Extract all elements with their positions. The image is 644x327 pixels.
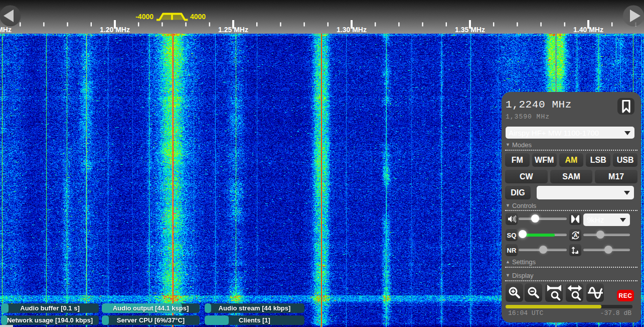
svg-text:1.15 MHz: 1.15 MHz: [0, 26, 12, 34]
svg-text:A: A: [573, 232, 577, 238]
svg-text:1.30 MHz: 1.30 MHz: [337, 26, 367, 34]
svg-text:1.25 MHz: 1.25 MHz: [218, 26, 248, 34]
svg-text:4000: 4000: [190, 13, 206, 21]
svg-text:1.20 MHz: 1.20 MHz: [100, 26, 130, 34]
svg-text:1.35 MHz: 1.35 MHz: [455, 26, 485, 34]
svg-text:1.40 MHz: 1.40 MHz: [573, 26, 603, 34]
svg-text:-4000: -4000: [135, 13, 153, 21]
